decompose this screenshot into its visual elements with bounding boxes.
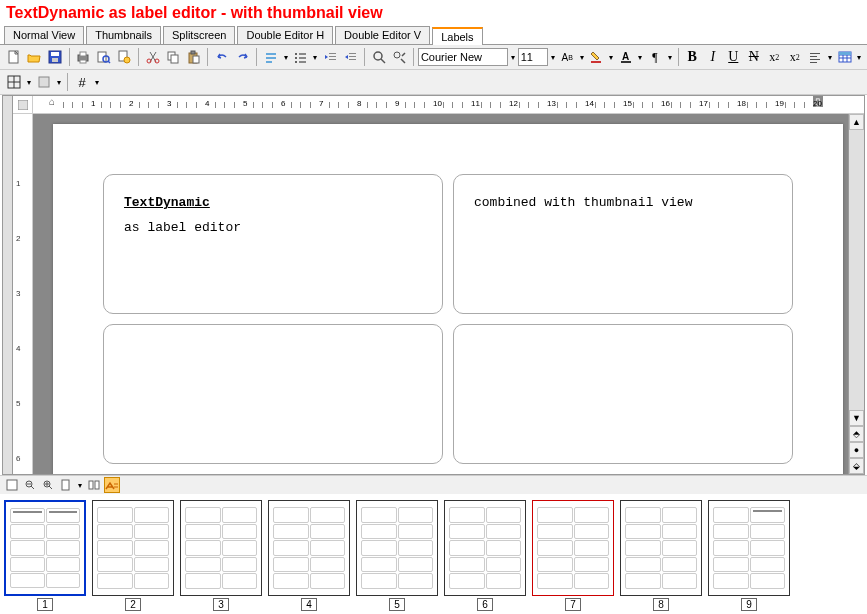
underline-button[interactable]: U (724, 47, 744, 67)
app-title: TextDynamic as label editor - with thumb… (0, 0, 867, 26)
list-dropdown[interactable]: ▾ (311, 53, 319, 62)
horizontal-ruler[interactable]: ⌂ ▯ 1234567891011121314151617181920 (33, 96, 864, 114)
thumbnail-page-7[interactable] (532, 500, 614, 596)
thumbnail-page-8[interactable] (620, 500, 702, 596)
tab-thumbnails[interactable]: Thumbnails (86, 26, 161, 44)
shading-button[interactable] (34, 72, 54, 92)
thumbnail-page-1[interactable] (4, 500, 86, 596)
svg-rect-64 (89, 481, 93, 489)
svg-rect-65 (95, 481, 99, 489)
vertical-scrollbar[interactable]: ▲ ▼ ⬘ ● ⬙ (848, 114, 864, 474)
thumbnail-number: 7 (565, 598, 581, 611)
bold-button[interactable]: B (683, 47, 703, 67)
zoom-in-icon[interactable] (40, 477, 56, 493)
scrollbar-track[interactable] (849, 130, 864, 410)
table-dropdown[interactable]: ▾ (855, 53, 863, 62)
svg-point-26 (295, 61, 297, 63)
style-button[interactable] (261, 47, 281, 67)
anchor-button[interactable]: # (72, 72, 92, 92)
view-normal-icon[interactable] (4, 477, 20, 493)
label-cell-1[interactable]: TextDynamic as label editor (103, 174, 443, 314)
left-gutter (3, 96, 13, 474)
align-button[interactable] (806, 47, 826, 67)
secondary-toolbar: ▾ ▾ # ▾ (0, 70, 867, 95)
superscript-button[interactable]: x2 (765, 47, 785, 67)
thumbnail-page-6[interactable] (444, 500, 526, 596)
view-multi-icon[interactable] (86, 477, 102, 493)
paste-button[interactable] (184, 47, 204, 67)
svg-point-22 (295, 53, 297, 55)
font-color-dropdown[interactable]: ▾ (607, 53, 615, 62)
label-cell-4[interactable] (453, 324, 793, 464)
svg-rect-28 (329, 53, 336, 54)
page-viewport[interactable]: TextDynamic as label editor combined wit… (33, 114, 848, 474)
shading-dropdown[interactable]: ▾ (55, 78, 63, 87)
tab-splitscreen[interactable]: Splitscreen (163, 26, 235, 44)
replace-button[interactable] (389, 47, 409, 67)
strike-button[interactable]: N (744, 47, 764, 67)
style-dropdown[interactable]: ▾ (282, 53, 290, 62)
undo-button[interactable] (212, 47, 232, 67)
list-button[interactable] (291, 47, 311, 67)
svg-rect-29 (329, 56, 336, 57)
font-size-dropdown[interactable]: ▾ (549, 53, 557, 62)
label-page: TextDynamic as label editor combined wit… (53, 124, 843, 474)
outdent-button[interactable] (320, 47, 340, 67)
font-name-select[interactable] (418, 48, 508, 66)
indent-button[interactable] (340, 47, 360, 67)
svg-rect-17 (191, 51, 195, 54)
tab-normal-view[interactable]: Normal View (4, 26, 84, 44)
paragraph-mark-button[interactable]: ¶ (645, 47, 665, 67)
new-button[interactable] (4, 47, 24, 67)
subscript-button[interactable]: x2 (785, 47, 805, 67)
highlight-button[interactable]: A (616, 47, 636, 67)
thumbnail-page-2[interactable] (92, 500, 174, 596)
thumbnail-number: 4 (301, 598, 317, 611)
label-cell-2[interactable]: combined with thumbnail view (453, 174, 793, 314)
scroll-down-icon[interactable]: ▼ (849, 410, 864, 426)
zoom-out-icon[interactable] (22, 477, 38, 493)
thumbnail-page-4[interactable] (268, 500, 350, 596)
page-up-icon[interactable]: ⬘ (849, 426, 864, 442)
svg-point-24 (295, 57, 297, 59)
highlight-dropdown[interactable]: ▾ (637, 53, 645, 62)
thumbnail-page-5[interactable] (356, 500, 438, 596)
tab-labels[interactable]: Labels (432, 27, 482, 45)
borders-dropdown[interactable]: ▾ (25, 78, 33, 87)
copy-button[interactable] (163, 47, 183, 67)
view-page-icon[interactable] (58, 477, 74, 493)
italic-button[interactable]: I (703, 47, 723, 67)
view-page-dropdown[interactable]: ▾ (76, 481, 84, 490)
redo-button[interactable] (233, 47, 253, 67)
view-labels-icon[interactable] (104, 477, 120, 493)
browse-object-icon[interactable]: ● (849, 442, 864, 458)
tab-double-editor-h[interactable]: Double Editor H (237, 26, 333, 44)
thumbnail-page-9[interactable] (708, 500, 790, 596)
cut-button[interactable] (143, 47, 163, 67)
align-dropdown[interactable]: ▾ (826, 53, 834, 62)
print-button[interactable] (73, 47, 93, 67)
label-cell-3[interactable] (103, 324, 443, 464)
font-color-button[interactable] (587, 47, 607, 67)
thumbnail-page-3[interactable] (180, 500, 262, 596)
find-button[interactable] (369, 47, 389, 67)
paragraph-dropdown[interactable]: ▾ (666, 53, 674, 62)
grow-font-dropdown[interactable]: ▾ (578, 53, 586, 62)
font-name-dropdown[interactable]: ▾ (509, 53, 517, 62)
preview-button[interactable] (94, 47, 114, 67)
table-button[interactable] (835, 47, 855, 67)
page-down-icon[interactable]: ⬙ (849, 458, 864, 474)
vertical-ruler[interactable]: 123456 (13, 114, 33, 474)
svg-rect-2 (51, 52, 59, 56)
grow-font-button[interactable]: AB (557, 47, 577, 67)
borders-button[interactable] (4, 72, 24, 92)
svg-rect-31 (349, 53, 356, 54)
ruler-corner (13, 96, 33, 113)
save-button[interactable] (45, 47, 65, 67)
scroll-up-icon[interactable]: ▲ (849, 114, 864, 130)
open-button[interactable] (25, 47, 45, 67)
anchor-dropdown[interactable]: ▾ (93, 78, 101, 87)
page-setup-button[interactable] (114, 47, 134, 67)
tab-double-editor-v[interactable]: Double Editor V (335, 26, 430, 44)
font-size-select[interactable] (518, 48, 548, 66)
